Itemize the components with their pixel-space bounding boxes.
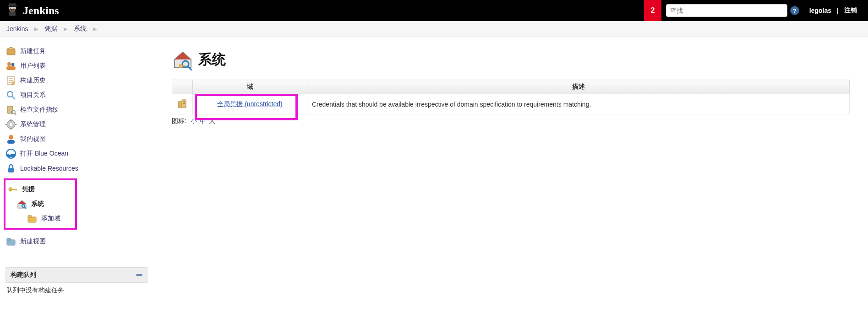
table-row: 全局凭据 (unrestricted) Credentials that sho… bbox=[172, 94, 850, 114]
svg-rect-46 bbox=[184, 101, 185, 102]
sidebar-item-credentials[interactable]: 凭据 bbox=[7, 182, 75, 197]
svg-rect-48 bbox=[184, 103, 185, 104]
svg-rect-9 bbox=[6, 66, 16, 70]
main-content: 系统 域 描述 bbox=[153, 37, 868, 298]
svg-line-19 bbox=[15, 113, 16, 115]
lock-icon bbox=[5, 163, 16, 174]
svg-point-21 bbox=[10, 123, 12, 126]
package-icon bbox=[5, 46, 16, 57]
crumb-jenkins[interactable]: Jenkins bbox=[6, 25, 28, 32]
search-icon bbox=[5, 90, 16, 101]
fingerprint-icon bbox=[5, 104, 16, 115]
svg-rect-42 bbox=[181, 65, 186, 66]
sidebar-item-newview[interactable]: 新建视图 bbox=[5, 234, 153, 249]
build-queue-header[interactable]: 构建队列 bbox=[5, 267, 147, 283]
top-bar: Jenkins 2 ? legolas | 注销 bbox=[0, 0, 868, 21]
sidebar: 新建任务 用户列表 构建历史 项目关系 检查文件指纹 系统管理 bbox=[0, 37, 153, 298]
svg-rect-6 bbox=[7, 49, 15, 55]
notepad-icon bbox=[5, 75, 16, 86]
sidebar-item-myviews[interactable]: 我的视图 bbox=[5, 132, 153, 146]
sidebar-item-add-domain[interactable]: 添加域 bbox=[7, 211, 75, 226]
icon-size-label: 图标: bbox=[172, 117, 186, 124]
svg-rect-17 bbox=[7, 106, 13, 113]
folder-icon bbox=[5, 236, 16, 247]
svg-rect-38 bbox=[7, 238, 11, 240]
row-name-cell: 全局凭据 (unrestricted) bbox=[193, 94, 307, 114]
svg-rect-45 bbox=[183, 101, 184, 102]
logout-link[interactable]: 注销 bbox=[844, 6, 857, 15]
build-queue-title: 构建队列 bbox=[11, 271, 36, 279]
credentials-table: 域 描述 全局凭据 (unrestricted) Cr bbox=[172, 80, 850, 114]
svg-rect-37 bbox=[7, 240, 15, 245]
col-domain[interactable]: 域 bbox=[193, 80, 307, 94]
sidebar-item-blueocean[interactable]: 打开 Blue Ocean bbox=[5, 146, 153, 161]
sidebar-item-fingerprint[interactable]: 检查文件指纹 bbox=[5, 102, 153, 117]
page-title: 系统 bbox=[198, 50, 226, 69]
crumb-credentials[interactable]: 凭据 bbox=[44, 25, 57, 33]
svg-point-15 bbox=[7, 92, 13, 97]
svg-rect-44 bbox=[182, 100, 186, 108]
col-description[interactable]: 描述 bbox=[307, 80, 850, 94]
svg-rect-27 bbox=[7, 140, 15, 144]
chevron-right-icon: ▶ bbox=[93, 26, 97, 32]
svg-point-26 bbox=[9, 135, 13, 140]
sidebar-item-users[interactable]: 用户列表 bbox=[5, 59, 153, 73]
svg-rect-36 bbox=[28, 215, 32, 217]
page-title-row: 系统 bbox=[172, 48, 850, 70]
breadcrumb: Jenkins ▶ 凭据 ▶ 系统 ▶ bbox=[0, 21, 868, 37]
gear-icon bbox=[5, 119, 16, 130]
svg-rect-3 bbox=[9, 3, 16, 6]
svg-rect-47 bbox=[183, 103, 184, 104]
svg-rect-32 bbox=[16, 189, 16, 191]
jenkins-logo-icon bbox=[5, 2, 20, 19]
brand-area[interactable]: Jenkins bbox=[0, 2, 64, 19]
house-search-icon bbox=[172, 48, 194, 70]
people-icon bbox=[5, 60, 16, 71]
folder-add-icon bbox=[27, 213, 38, 224]
global-credentials-link[interactable]: 全局凭据 (unrestricted) bbox=[217, 100, 282, 108]
sidebar-item-history[interactable]: 构建历史 bbox=[5, 73, 153, 88]
chevron-right-icon: ▶ bbox=[34, 26, 38, 32]
svg-rect-29 bbox=[8, 168, 14, 172]
username[interactable]: legolas bbox=[809, 7, 831, 14]
row-icon-cell bbox=[172, 94, 193, 114]
sidebar-item-system[interactable]: 系统 bbox=[7, 197, 75, 211]
svg-point-7 bbox=[7, 62, 11, 66]
person-icon bbox=[5, 134, 16, 145]
build-queue-empty: 队列中没有构建任务 bbox=[5, 283, 147, 298]
crumb-system[interactable]: 系统 bbox=[74, 25, 87, 33]
svg-rect-35 bbox=[28, 217, 36, 222]
icon-size-row: 图标: 小 中 大 bbox=[172, 117, 850, 125]
icon-size-small[interactable]: 小 bbox=[191, 117, 197, 124]
row-desc-cell: Credentials that should be available irr… bbox=[307, 94, 850, 114]
icon-size-large[interactable]: 大 bbox=[209, 117, 215, 124]
svg-line-16 bbox=[12, 97, 15, 99]
svg-point-5 bbox=[13, 7, 14, 8]
brand-text: Jenkins bbox=[23, 5, 59, 17]
icon-size-medium[interactable]: 中 bbox=[200, 117, 206, 124]
notification-count[interactable]: 2 bbox=[644, 0, 661, 21]
sidebar-item-lockable[interactable]: Lockable Resources bbox=[5, 161, 153, 176]
key-icon bbox=[7, 184, 18, 195]
build-queue-widget: 构建队列 队列中没有构建任务 bbox=[5, 267, 147, 298]
search-input[interactable] bbox=[666, 4, 787, 17]
user-area: legolas | 注销 bbox=[802, 6, 868, 15]
sidebar-item-manage[interactable]: 系统管理 bbox=[5, 117, 153, 132]
svg-rect-43 bbox=[178, 102, 181, 108]
sidebar-item-new[interactable]: 新建任务 bbox=[5, 44, 153, 59]
col-icon bbox=[172, 80, 193, 94]
collapse-icon[interactable] bbox=[136, 274, 142, 276]
chevron-right-icon: ▶ bbox=[64, 26, 67, 32]
svg-point-4 bbox=[10, 7, 11, 8]
search-area: ? bbox=[666, 4, 799, 17]
sidebar-item-relations[interactable]: 项目关系 bbox=[5, 88, 153, 102]
blueocean-icon bbox=[5, 148, 16, 159]
buildings-icon bbox=[177, 103, 188, 110]
svg-point-8 bbox=[11, 63, 15, 66]
house-search-icon bbox=[16, 199, 27, 210]
help-icon[interactable]: ? bbox=[790, 6, 799, 15]
svg-rect-1 bbox=[9, 11, 16, 16]
sidebar-credentials-group: 凭据 系统 添加域 bbox=[4, 178, 77, 230]
